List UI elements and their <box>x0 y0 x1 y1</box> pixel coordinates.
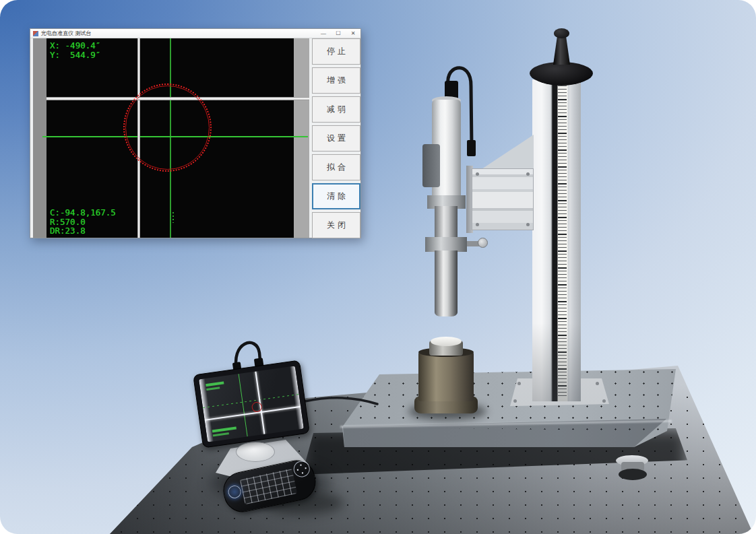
readout-y: Y: 544.9″ <box>50 50 100 60</box>
tablet-stand-hinge <box>236 442 275 462</box>
measurement-app-window: 光电自准直仪 测试台 — ☐ ✕ X: -490.4″ Y: 544.9″ C:… <box>30 28 361 238</box>
enhance-button[interactable]: 增强 <box>312 67 360 94</box>
target-body <box>418 352 474 401</box>
window-title: 光电自准直仪 测试台 <box>41 29 91 38</box>
target-mirror-disc <box>431 337 462 346</box>
button-panel: 停止 增强 减弱 设置 拟合 清除 关闭 <box>312 38 360 238</box>
maximize-button[interactable]: ☐ <box>331 29 346 38</box>
tablet-readout-glow <box>212 433 228 437</box>
weaken-button[interactable]: 减弱 <box>312 96 360 123</box>
screenshot-root: 光电自准直仪 测试台 — ☐ ✕ X: -490.4″ Y: 544.9″ C:… <box>0 0 756 534</box>
fit-readout: C:-94.8,167.5 R:570.0 DR:23.8 <box>50 208 116 236</box>
red-trace-points <box>123 84 212 172</box>
minimize-button[interactable]: — <box>316 29 331 38</box>
tablet-display <box>193 360 310 448</box>
autocollimator-lower-tube <box>435 251 458 316</box>
column-lower-shade <box>532 323 581 401</box>
window-controls: — ☐ ✕ <box>316 29 360 38</box>
xy-readout: X: -490.4″ Y: 544.9″ <box>50 41 100 59</box>
bracket-screw <box>476 172 479 176</box>
handwheel <box>530 62 593 85</box>
base-screw <box>596 382 599 385</box>
lower-clamp-ring <box>425 237 467 252</box>
tablet-readout-glow <box>206 387 220 391</box>
bracket-screw <box>476 223 479 226</box>
fit-button[interactable]: 拟合 <box>312 154 360 180</box>
base-screw <box>517 382 521 385</box>
clamp-thumbscrew-knob <box>478 238 488 248</box>
viewport-left-strip <box>33 38 46 238</box>
green-tick-marks <box>172 212 174 223</box>
close-app-button[interactable]: 关闭 <box>312 212 360 238</box>
close-button[interactable]: ✕ <box>346 29 360 38</box>
base-screw <box>602 399 606 403</box>
viewport-right-strip <box>294 38 309 238</box>
cable-connector-bottom <box>467 140 476 156</box>
bracket-screw <box>526 172 530 176</box>
tablet-green-vertical-line <box>239 374 248 436</box>
leveling-foot-pad <box>619 469 647 480</box>
settings-button[interactable]: 设置 <box>312 125 360 152</box>
clear-button[interactable]: 清除 <box>312 183 360 209</box>
window-titlebar[interactable]: 光电自准直仪 测试台 — ☐ ✕ <box>30 29 360 38</box>
tablet-readout-glow <box>212 426 236 432</box>
screen-backlight-bleed <box>290 366 304 429</box>
tablet-readout-glow <box>206 382 224 387</box>
autocollimator-mid-tube <box>435 206 458 241</box>
carriage-bracket <box>472 168 534 230</box>
tablet-green-dashed-line <box>203 394 299 408</box>
base-screw <box>513 399 517 403</box>
keyboard-backlit-keys <box>240 469 297 505</box>
readout-dr: DR:23.8 <box>50 226 86 236</box>
keyboard-left-pad <box>227 484 243 500</box>
stop-button[interactable]: 停止 <box>312 38 360 65</box>
measurement-viewport[interactable]: X: -490.4″ Y: 544.9″ C:-94.8,167.5 R:570… <box>33 38 309 238</box>
app-icon <box>33 31 38 36</box>
handwheel-knob <box>554 28 569 38</box>
autocollimator-side-panel <box>422 144 440 187</box>
bracket-screw <box>526 223 530 226</box>
tablet-screen <box>199 366 304 442</box>
